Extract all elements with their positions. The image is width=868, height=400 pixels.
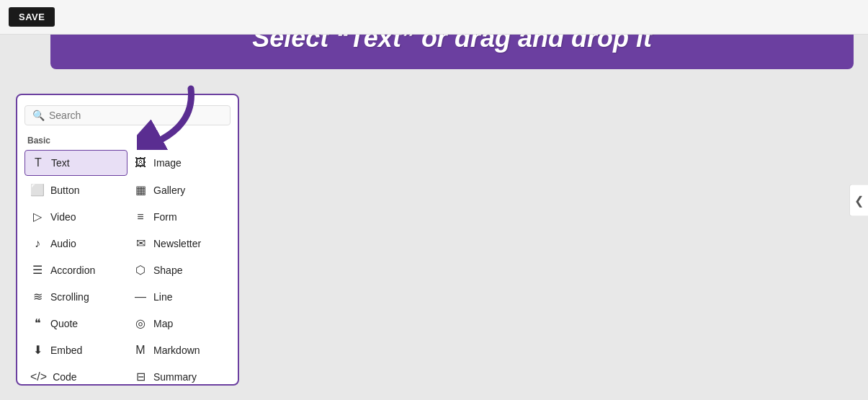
search-input[interactable] [49,110,223,121]
item-accordion[interactable]: ☰Accordion [24,257,127,283]
item-line[interactable]: —Line [127,284,231,309]
gallery-label: Gallery [153,185,185,196]
item-video[interactable]: ▷Video [24,204,127,229]
section-label: Basic [24,135,231,146]
map-label: Map [153,318,173,329]
shape-label: Shape [153,265,182,276]
newsletter-icon: ✉ [133,236,148,250]
embed-label: Embed [50,345,82,356]
accordion-icon: ☰ [30,263,45,277]
item-button[interactable]: ⬜Button [24,177,127,203]
text-icon: T [31,156,45,169]
quote-icon: ❝ [30,316,45,330]
search-box[interactable]: 🔍 [24,105,231,125]
audio-icon: ♪ [30,237,45,250]
gallery-icon: ▦ [133,183,148,197]
item-quote[interactable]: ❝Quote [24,311,127,336]
item-summary[interactable]: ⊟Summary [127,364,231,386]
search-icon: 🔍 [32,110,45,121]
form-icon: ≡ [133,210,148,223]
text-label: Text [51,157,70,169]
item-code[interactable]: </>Code [24,364,127,386]
item-map[interactable]: ◎Map [127,311,231,336]
quote-label: Quote [50,318,78,329]
save-button[interactable]: SAVE [9,7,55,27]
item-shape[interactable]: ⬡Shape [127,257,231,283]
button-label: Button [50,185,79,196]
top-bar: SAVE [0,0,868,35]
summary-label: Summary [153,371,197,383]
item-gallery[interactable]: ▦Gallery [127,177,231,203]
item-image[interactable]: 🖼Image [127,150,231,176]
embed-icon: ⬇ [30,343,45,357]
item-newsletter[interactable]: ✉Newsletter [127,231,231,256]
item-audio[interactable]: ♪Audio [24,231,127,256]
shape-icon: ⬡ [133,263,148,277]
newsletter-label: Newsletter [153,238,201,249]
form-label: Form [153,211,177,223]
scrolling-icon: ≋ [30,290,45,303]
line-label: Line [153,291,172,303]
video-label: Video [50,211,76,223]
main-canvas [252,35,868,400]
widget-panel: 🔍 Basic TText🖼Image⬜Button▦Gallery▷Video… [16,94,239,386]
item-form[interactable]: ≡Form [127,204,231,229]
accordion-label: Accordion [50,265,95,276]
code-label: Code [53,371,76,383]
item-text[interactable]: TText [24,150,127,176]
summary-icon: ⊟ [133,370,148,383]
code-icon: </> [30,370,47,383]
line-icon: — [133,290,148,303]
audio-label: Audio [50,238,76,249]
map-icon: ◎ [133,316,148,330]
scrolling-label: Scrolling [50,291,89,303]
button-icon: ⬜ [30,183,45,197]
video-icon: ▷ [30,210,45,223]
item-scrolling[interactable]: ≋Scrolling [24,284,127,309]
item-markdown[interactable]: MMarkdown [127,337,231,363]
collapse-panel-button[interactable]: ❮ [849,184,868,216]
image-label: Image [153,157,182,169]
markdown-label: Markdown [153,345,200,356]
markdown-icon: M [133,344,148,357]
item-embed[interactable]: ⬇Embed [24,337,127,363]
image-icon: 🖼 [133,156,148,169]
items-grid: TText🖼Image⬜Button▦Gallery▷Video≡Form♪Au… [24,150,231,386]
